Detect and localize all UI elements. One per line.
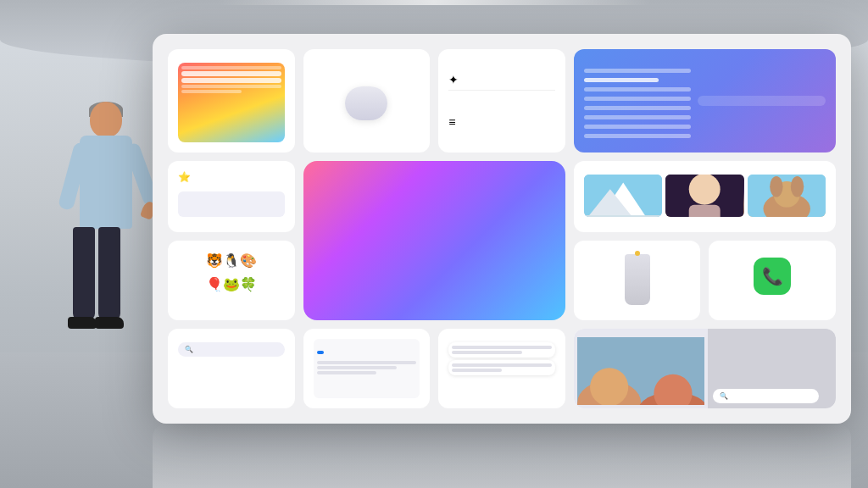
presenter	[51, 102, 161, 390]
presenter-pants-left	[73, 227, 95, 320]
notif-visual	[448, 342, 555, 375]
card-natural-language-search: 🔍	[574, 329, 836, 408]
card-image-playground	[574, 161, 836, 232]
card-priority-mail	[303, 329, 431, 408]
card-image-wand	[574, 241, 701, 320]
siri-screen-bar-3	[181, 90, 242, 93]
siri-screen-bar-1	[181, 66, 281, 69]
reduce-visual	[178, 191, 285, 217]
presenter-head	[90, 102, 122, 137]
reduce-icon: ⭐	[178, 171, 191, 183]
presenter-body	[51, 102, 161, 390]
card-genmoji: 🐯🐧🎨 🎈🐸🍀	[168, 241, 295, 320]
memory-search-bar[interactable]: 🔍	[178, 342, 285, 357]
card-audio-recording	[709, 241, 836, 320]
card-private-cloud	[303, 49, 431, 152]
svg-point-11	[790, 176, 803, 197]
thumb-mountain	[584, 175, 662, 217]
mail-phone-mockup	[314, 339, 420, 398]
thumb-dog	[748, 175, 826, 217]
siri-screen-bar-2	[181, 85, 281, 88]
svg-rect-6	[689, 205, 721, 217]
search-icon: 🔍	[185, 346, 193, 353]
cloud-icon	[345, 86, 387, 120]
svg-point-5	[689, 175, 721, 205]
card-apple-intelligence	[303, 161, 565, 320]
genmoji-emojis-2: 🎈🐸🍀	[206, 274, 257, 295]
wt-item-8	[584, 134, 691, 138]
siri-phone-mockup	[178, 63, 285, 142]
summaries-icon: ≡	[448, 115, 455, 129]
notif-bar-3	[452, 363, 552, 367]
reduce-content: ⭐	[178, 171, 285, 217]
nl-search-icon: 🔍	[720, 392, 728, 400]
wt-item-2	[584, 78, 659, 82]
board-reflection	[153, 424, 851, 488]
nl-search-container: 🔍	[708, 329, 836, 408]
wand-visual	[625, 254, 650, 305]
summaries-row: ≡	[448, 112, 555, 132]
notif-item-1	[448, 342, 555, 358]
mail-line-1	[317, 361, 417, 364]
card-priority-notifications	[438, 329, 565, 408]
svg-rect-3	[584, 215, 662, 217]
notif-bar-2	[452, 351, 521, 354]
presenter-shoe-left	[68, 317, 97, 329]
wt-item-4	[584, 97, 691, 101]
memory-card-inner: 🔍	[178, 339, 285, 398]
light-strip	[217, 0, 651, 5]
wt-item-6	[584, 115, 691, 119]
wt-item-3	[584, 87, 691, 92]
notif-bar-1	[452, 346, 552, 349]
wt-item-5	[584, 106, 691, 110]
mail-line-3	[317, 371, 377, 374]
feature-board: ✦ ≡	[153, 34, 851, 424]
nl-search-bar[interactable]: 🔍	[713, 389, 819, 403]
card-reduce-interruptions: ⭐	[168, 161, 295, 232]
card-memory-movie: 🔍	[168, 329, 295, 408]
wt-item-1	[584, 69, 691, 73]
mail-priority-label	[317, 351, 324, 354]
svg-point-14	[590, 368, 628, 405]
siri-notification-2	[181, 78, 281, 83]
notif-bar-4	[452, 369, 502, 372]
siri-notification-1	[181, 71, 281, 76]
cleanup-icon: ✦	[448, 73, 459, 86]
image-playground-thumbnails	[584, 175, 826, 222]
presenter-torso	[80, 136, 132, 229]
genmoji-emojis: 🐯🐧🎨	[206, 251, 257, 271]
cleanup-row: ✦	[448, 69, 555, 91]
wt-item-7	[584, 125, 691, 129]
mail-line-2	[317, 366, 397, 369]
notif-item-2	[448, 360, 555, 375]
svg-point-10	[770, 176, 782, 197]
wand-tip	[635, 251, 640, 256]
phone-icon	[754, 258, 791, 295]
card-siri	[168, 49, 295, 152]
presenter-pants-right	[98, 227, 120, 320]
nl-left-photo	[574, 329, 709, 408]
card-writing-tools	[574, 49, 836, 152]
thumb-child	[665, 175, 743, 217]
nl-right-search: 🔍	[708, 329, 836, 408]
presenter-shoe-right	[95, 317, 124, 329]
card-cleanup-summaries: ✦ ≡	[438, 49, 565, 152]
